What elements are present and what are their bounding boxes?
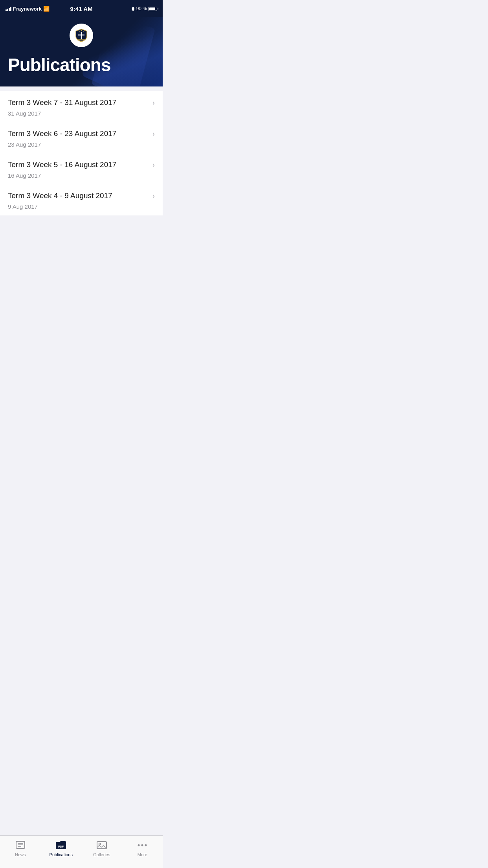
chevron-right-icon: › <box>152 99 155 107</box>
svg-point-2 <box>81 30 82 31</box>
item-title-2: Term 3 Week 6 - 23 August 2017 <box>8 129 149 138</box>
list-item[interactable]: Term 3 Week 4 - 9 August 2017 › 9 Aug 20… <box>0 184 163 215</box>
chevron-right-icon: › <box>152 161 155 169</box>
svg-rect-5 <box>77 39 85 40</box>
shield-logo-svg <box>74 28 88 42</box>
publications-list: Term 3 Week 7 - 31 August 2017 › 31 Aug … <box>0 91 163 215</box>
item-date-1: 31 Aug 2017 <box>8 110 155 117</box>
page-title: Publications <box>0 51 118 75</box>
list-item[interactable]: Term 3 Week 7 - 31 August 2017 › 31 Aug … <box>0 91 163 122</box>
page-header: Publications <box>0 17 163 86</box>
carrier-label: Fraynework <box>13 6 42 12</box>
status-time: 9:41 AM <box>70 6 93 12</box>
item-title-3: Term 3 Week 5 - 16 August 2017 <box>8 160 149 169</box>
status-left: Fraynework 📶 <box>6 6 50 12</box>
chevron-right-icon: › <box>152 192 155 200</box>
svg-point-4 <box>83 31 84 32</box>
bluetooth-icon: ⬮ <box>132 6 135 11</box>
battery-percentage: 90 % <box>136 6 147 11</box>
svg-point-3 <box>79 31 80 32</box>
chevron-right-icon: › <box>152 130 155 138</box>
list-item[interactable]: Term 3 Week 5 - 16 August 2017 › 16 Aug … <box>0 153 163 184</box>
list-item[interactable]: Term 3 Week 6 - 23 August 2017 › 23 Aug … <box>0 122 163 153</box>
school-logo <box>70 24 93 47</box>
item-date-2: 23 Aug 2017 <box>8 141 155 148</box>
status-bar: Fraynework 📶 9:41 AM ⬮ 90 % <box>0 0 163 17</box>
battery-icon <box>149 7 157 11</box>
status-right: ⬮ 90 % <box>132 6 157 11</box>
wifi-icon: 📶 <box>43 6 50 12</box>
item-title-4: Term 3 Week 4 - 9 August 2017 <box>8 191 149 200</box>
item-date-3: 16 Aug 2017 <box>8 172 155 179</box>
signal-icon <box>6 6 11 11</box>
item-date-4: 9 Aug 2017 <box>8 203 155 210</box>
item-title-1: Term 3 Week 7 - 31 August 2017 <box>8 98 149 107</box>
